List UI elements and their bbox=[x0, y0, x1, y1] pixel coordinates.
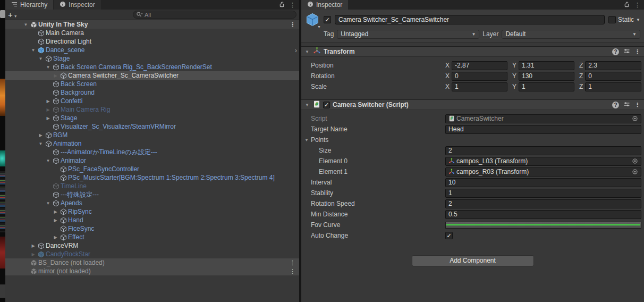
panel-menu-icon[interactable]: ⋮ bbox=[634, 2, 640, 8]
foldout-arrow-icon[interactable]: ▼ bbox=[304, 138, 309, 142]
search-input[interactable]: All bbox=[133, 11, 296, 19]
static-toggle[interactable]: Static ▼ bbox=[608, 16, 640, 23]
rotation-y-field[interactable]: 130 bbox=[519, 72, 574, 81]
active-checkbox[interactable]: ✓ bbox=[324, 16, 331, 23]
tag-dropdown[interactable]: Untagged ▼ bbox=[337, 30, 479, 39]
hierarchy-row[interactable]: Back Screen bbox=[5, 80, 299, 88]
scale-z-field[interactable]: 1 bbox=[585, 82, 641, 91]
foldout-arrow-icon[interactable]: ▶ bbox=[37, 133, 44, 138]
hierarchy-row[interactable]: ▶CandyRockStar bbox=[5, 250, 299, 258]
stability-field[interactable]: 1 bbox=[445, 189, 641, 198]
hierarchy-row[interactable]: ▼Animation bbox=[5, 139, 299, 148]
foldout-arrow-icon[interactable]: ▼ bbox=[305, 103, 310, 107]
presets-icon[interactable] bbox=[623, 101, 630, 109]
object-picker-icon[interactable] bbox=[632, 158, 638, 164]
object-picker-icon[interactable] bbox=[632, 169, 638, 175]
hierarchy-row[interactable]: ▼Back Screen Camera Rig_Sc_BackScreenRen… bbox=[5, 63, 299, 71]
interval-field[interactable]: 10 bbox=[445, 178, 641, 187]
hierarchy-row[interactable]: ▼Dance_scene› bbox=[5, 46, 299, 54]
position-x-field[interactable]: -2.87 bbox=[452, 61, 507, 70]
hierarchy-row[interactable]: ▶Confetti bbox=[5, 97, 299, 105]
row-menu-icon[interactable]: ⋮ bbox=[290, 22, 295, 28]
foldout-arrow-icon[interactable]: ▼ bbox=[45, 65, 52, 70]
scene-header-row[interactable]: ▼Unity In The Sky⋮ bbox=[5, 20, 299, 29]
script-object-field[interactable]: #CameraSwitcher bbox=[445, 114, 641, 123]
element-0-object-field[interactable]: campos_L03 (Transform) bbox=[445, 157, 641, 166]
hierarchy-row[interactable]: ▶BGM bbox=[5, 131, 299, 139]
hierarchy-row[interactable]: FiceSync bbox=[5, 224, 299, 233]
foldout-arrow-icon[interactable]: ▼ bbox=[45, 201, 52, 206]
scale-x-field[interactable]: 1 bbox=[452, 82, 507, 91]
foldout-arrow-icon[interactable]: ▶ bbox=[52, 235, 59, 240]
foldout-arrow-icon[interactable]: ▶ bbox=[45, 99, 52, 104]
help-icon[interactable]: ? bbox=[612, 48, 619, 55]
hierarchy-row[interactable]: ---特殊設定--- bbox=[5, 190, 299, 199]
hierarchy-row[interactable]: TimeLine bbox=[5, 182, 299, 190]
unlock-icon[interactable] bbox=[624, 1, 630, 9]
target-name-field[interactable]: Head bbox=[445, 125, 641, 134]
foldout-arrow-icon[interactable]: ▶ bbox=[52, 73, 59, 78]
hierarchy-row[interactable]: ▶Stage bbox=[5, 114, 299, 122]
foldout-arrow-icon[interactable]: ▶ bbox=[30, 244, 37, 248]
hierarchy-row[interactable]: ▶Effect bbox=[5, 233, 299, 241]
layer-dropdown[interactable]: Default ▼ bbox=[502, 30, 640, 39]
panel-menu-icon[interactable]: ⋮ bbox=[290, 2, 295, 8]
hierarchy-row[interactable]: ▼Stage bbox=[5, 54, 299, 63]
scale-y-field[interactable]: 1 bbox=[519, 82, 574, 91]
component-enabled-checkbox[interactable]: ✓ bbox=[323, 102, 330, 108]
hierarchy-row[interactable]: ▶RipSync bbox=[5, 207, 299, 216]
hierarchy-row[interactable]: Main Camera bbox=[5, 29, 299, 37]
rotation-x-field[interactable]: 0 bbox=[452, 72, 507, 81]
hierarchy-row[interactable]: ▼Apends bbox=[5, 199, 299, 207]
auto-change-checkbox[interactable]: ✓ bbox=[445, 232, 453, 239]
position-z-field[interactable]: 2.3 bbox=[585, 61, 641, 70]
add-component-button[interactable]: Add Component bbox=[412, 255, 534, 266]
tab-inspector-left[interactable]: Inspector bbox=[54, 0, 100, 10]
gameobject-cube-icon[interactable]: ▼ bbox=[305, 12, 320, 27]
hierarchy-row[interactable]: PSc_FaceSyncController bbox=[5, 165, 299, 173]
tab-inspector[interactable]: Inspector bbox=[301, 0, 348, 10]
foldout-arrow-icon[interactable]: ▼ bbox=[37, 141, 44, 146]
open-prefab-chevron-icon[interactable]: › bbox=[295, 47, 297, 54]
hierarchy-row[interactable]: ▶Hand bbox=[5, 216, 299, 224]
hierarchy-row[interactable]: ---AnimatorかTimeLineのみ設定--- bbox=[5, 148, 299, 156]
fov-curve-field[interactable] bbox=[445, 222, 641, 229]
scene-header-row[interactable]: mirror (not loaded)⋮ bbox=[5, 267, 299, 275]
create-button[interactable]: + ▼ bbox=[8, 11, 18, 19]
transform-header[interactable]: ▼ Transform ? ⋮ bbox=[301, 46, 644, 57]
foldout-arrow-icon[interactable]: ▶ bbox=[52, 218, 59, 223]
foldout-arrow-icon[interactable]: ▶ bbox=[30, 252, 37, 257]
hierarchy-row[interactable]: ▶DanceVRM bbox=[5, 241, 299, 250]
row-menu-icon[interactable]: ⋮ bbox=[290, 260, 295, 266]
gameobject-name-field[interactable]: Camera Switcher_Sc_CameraSwitcher bbox=[335, 15, 605, 24]
hierarchy-row[interactable]: ▼Animator bbox=[5, 156, 299, 165]
foldout-arrow-icon[interactable]: ▼ bbox=[22, 22, 29, 27]
help-icon[interactable]: ? bbox=[612, 102, 619, 108]
foldout-arrow-icon[interactable]: ▶ bbox=[52, 209, 59, 214]
position-y-field[interactable]: 1.31 bbox=[519, 61, 574, 70]
component-menu-icon[interactable]: ⋮ bbox=[634, 49, 640, 55]
row-menu-icon[interactable]: ⋮ bbox=[290, 269, 295, 274]
hierarchy-row[interactable]: PSc_MusicStarter[BGM:Spectrum 1:Spectrum… bbox=[5, 173, 299, 182]
object-picker-icon[interactable] bbox=[632, 115, 638, 122]
hierarchy-row[interactable]: ▶Camera Switcher_Sc_CameraSwitcher bbox=[5, 71, 299, 80]
tab-hierarchy[interactable]: Hierarchy bbox=[5, 0, 53, 10]
foldout-arrow-icon[interactable]: ▶ bbox=[45, 116, 52, 121]
hierarchy-row[interactable]: Directional Light bbox=[5, 37, 299, 46]
unlock-icon[interactable] bbox=[279, 1, 285, 9]
rotation-z-field[interactable]: 0 bbox=[585, 72, 641, 81]
hierarchy-row[interactable]: Background bbox=[5, 88, 299, 97]
foldout-arrow-icon[interactable]: ▼ bbox=[45, 158, 52, 163]
points-foldout[interactable]: ▼Points bbox=[304, 136, 439, 144]
hierarchy-row[interactable]: Visualizer_Sc_Visualizer/SteamVRMirror bbox=[5, 122, 299, 131]
scene-header-row[interactable]: BS_Dance (not loaded)⋮ bbox=[5, 258, 299, 267]
static-checkbox[interactable] bbox=[608, 16, 616, 23]
presets-icon[interactable] bbox=[623, 48, 630, 56]
component-menu-icon[interactable]: ⋮ bbox=[634, 102, 640, 108]
foldout-arrow-icon[interactable]: ▼ bbox=[37, 56, 44, 61]
rotation-speed-field[interactable]: 2 bbox=[445, 199, 641, 208]
foldout-arrow-icon[interactable]: ▶ bbox=[45, 107, 52, 112]
hierarchy-row[interactable]: ▶Main Camera Rig bbox=[5, 105, 299, 114]
min-distance-field[interactable]: 0.5 bbox=[445, 210, 641, 219]
size-field[interactable]: 2 bbox=[445, 146, 641, 155]
